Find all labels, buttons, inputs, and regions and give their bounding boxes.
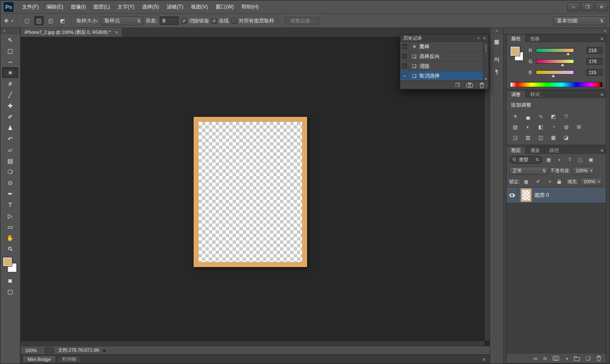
levels-icon[interactable]: ▄ [523, 112, 533, 120]
tab-close-icon[interactable]: × [115, 30, 118, 36]
anti-alias-checkbox[interactable]: ✓ 消除锯齿 [181, 17, 209, 25]
lock-all-icon[interactable] [557, 181, 561, 184]
blue-value-input[interactable]: 115 [586, 69, 602, 76]
hue-saturation-icon[interactable]: ▤ [510, 123, 521, 131]
delete-state-button[interactable] [480, 83, 484, 88]
add-layer-mask-icon[interactable] [553, 356, 559, 361]
close-button[interactable]: ✕ [595, 3, 608, 11]
eyedropper-tool[interactable]: ╱ [2, 89, 18, 100]
slider-thumb-icon[interactable] [566, 52, 570, 55]
eraser-tool[interactable]: ▱ [2, 144, 18, 155]
path-selection-tool[interactable]: ▷ [2, 210, 18, 221]
red-value-input[interactable]: 218 [586, 47, 602, 54]
scrollbar-thumb[interactable] [484, 43, 488, 53]
add-to-selection-button[interactable]: ◫ [34, 16, 44, 25]
opacity-select[interactable]: 100% ▾ [572, 167, 594, 175]
collapse-panel-icon[interactable]: » [477, 36, 480, 40]
menu-edit[interactable]: 编辑(E) [42, 0, 67, 14]
sample-all-layers-checkbox[interactable]: 对所有图层取样 [231, 17, 274, 25]
blur-tool[interactable]: ❍ [2, 166, 18, 177]
gradient-tool[interactable]: ▤ [2, 155, 18, 166]
paragraph-panel-icon[interactable]: ¶ [491, 66, 502, 77]
workspace-switcher[interactable]: 基本功能 ⇅ [553, 17, 606, 25]
tab-paths[interactable]: 路径 [545, 146, 564, 154]
tolerance-input[interactable]: 8 [160, 17, 179, 25]
layer-style-icon[interactable]: fx [543, 356, 547, 361]
history-panel-icon[interactable]: ▦ [491, 36, 502, 47]
layer-name[interactable]: 图层 0 [535, 192, 549, 199]
zoom-level-field[interactable]: 100% [23, 347, 41, 353]
sample-size-select[interactable]: 取样点 ⇅ [101, 17, 143, 25]
magic-wand-icon[interactable]: ✳ [4, 17, 9, 24]
tab-layers[interactable]: 图层 [507, 146, 526, 154]
rectangular-marquee-tool[interactable]: ▢ [2, 45, 18, 56]
document-tab[interactable]: iPhone7_2.jpg @ 100% (图层 0, RGB/8) * × [21, 28, 122, 37]
screen-mode-button[interactable]: ▢ [2, 286, 18, 297]
posterize-icon[interactable]: ▨ [523, 133, 533, 141]
filter-adjustment-layers-icon[interactable]: ◑ [555, 156, 563, 163]
filter-type-layers-icon[interactable]: T [566, 156, 574, 163]
slider-thumb-icon[interactable] [561, 63, 564, 66]
curves-icon[interactable]: ∿ [535, 112, 546, 120]
filter-shape-layers-icon[interactable]: ▢ [576, 156, 585, 163]
menu-type[interactable]: 文字(Y) [114, 0, 138, 14]
clone-stamp-tool[interactable]: ♟ [2, 122, 18, 133]
new-snapshot-button[interactable] [466, 83, 473, 88]
color-spectrum-bar[interactable] [510, 82, 602, 87]
new-selection-button[interactable]: ▢ [22, 16, 32, 25]
status-menu-arrow-icon[interactable]: ▶ [103, 348, 106, 353]
history-step-magic-wand[interactable]: ✳ 魔棒 [400, 42, 483, 52]
type-tool[interactable]: T [2, 199, 18, 210]
delete-layer-icon[interactable] [596, 356, 601, 361]
minimize-button[interactable]: ─ [567, 3, 580, 11]
brush-tool[interactable]: ✐ [2, 111, 18, 122]
history-step-clear[interactable]: ❏ 清除 [400, 61, 483, 71]
lock-position-icon[interactable]: + [546, 178, 554, 185]
tab-adjustments[interactable]: 调整 [507, 91, 526, 98]
new-document-from-state-button[interactable]: ❐ [455, 82, 460, 88]
filter-pixel-layers-icon[interactable]: ▦ [544, 156, 553, 163]
history-scrollbar[interactable]: ▼ [483, 42, 488, 81]
menu-file[interactable]: 文件(F) [18, 0, 42, 14]
contiguous-checkbox[interactable]: ✓ 连续 [211, 17, 229, 25]
lock-pixels-icon[interactable]: ✐ [534, 178, 542, 185]
timeline-tab[interactable]: 时间轴 [57, 356, 81, 363]
photo-filter-icon[interactable]: ◔ [548, 123, 559, 131]
history-brush-tool[interactable]: ↶ [2, 133, 18, 144]
green-slider[interactable] [536, 59, 574, 63]
black-white-icon[interactable]: ◧ [535, 123, 546, 131]
expand-panels-header[interactable]: « [490, 28, 503, 34]
slider-thumb-icon[interactable] [552, 74, 555, 77]
new-layer-icon[interactable]: ❏ [586, 356, 591, 361]
new-group-icon[interactable] [574, 357, 580, 361]
pen-tool[interactable]: ✒ [2, 188, 18, 199]
character-panel-icon[interactable]: A| [491, 54, 502, 64]
panel-menu-icon[interactable]: ≡ [483, 36, 485, 40]
panel-menu-icon[interactable]: ≡ [601, 92, 603, 97]
history-step-inverse-selection[interactable]: ❏ 选择反向 [400, 52, 483, 61]
lock-transparency-icon[interactable]: ▦ [522, 178, 530, 185]
set-history-source-checkbox[interactable] [400, 42, 409, 51]
brightness-contrast-icon[interactable]: ☀ [510, 112, 521, 120]
menu-filter[interactable]: 滤镜(T) [163, 0, 187, 14]
bottom-panel-menu-icon[interactable]: ≡ [483, 357, 488, 362]
color-balance-icon[interactable]: ◐ [523, 123, 533, 131]
tab-color[interactable]: 颜色 [507, 35, 526, 42]
blend-mode-select[interactable]: 正常 ⇅ [509, 167, 548, 175]
menu-layer[interactable]: 图层(L) [90, 0, 114, 14]
vibrance-icon[interactable]: ▽ [561, 112, 571, 120]
scroll-down-icon[interactable]: ▼ [483, 77, 488, 80]
magic-wand-tool[interactable]: ✳ [2, 67, 18, 78]
tab-swatches[interactable]: 色板 [526, 35, 545, 42]
dodge-tool[interactable]: ⊙ [2, 177, 18, 188]
layer-visibility-toggle[interactable] [507, 188, 518, 203]
healing-brush-tool[interactable]: ✚ [2, 100, 18, 111]
set-history-source-checkbox[interactable] [400, 52, 409, 61]
set-history-source-checkbox[interactable] [400, 61, 409, 71]
tab-styles[interactable]: 样式 [526, 91, 545, 98]
horizontal-scrollbar[interactable] [21, 341, 485, 346]
set-history-source-checkbox[interactable] [400, 71, 409, 80]
panel-menu-icon[interactable]: ≡ [601, 148, 603, 153]
filter-smart-objects-icon[interactable]: ▣ [587, 156, 595, 163]
red-slider[interactable] [536, 48, 574, 52]
